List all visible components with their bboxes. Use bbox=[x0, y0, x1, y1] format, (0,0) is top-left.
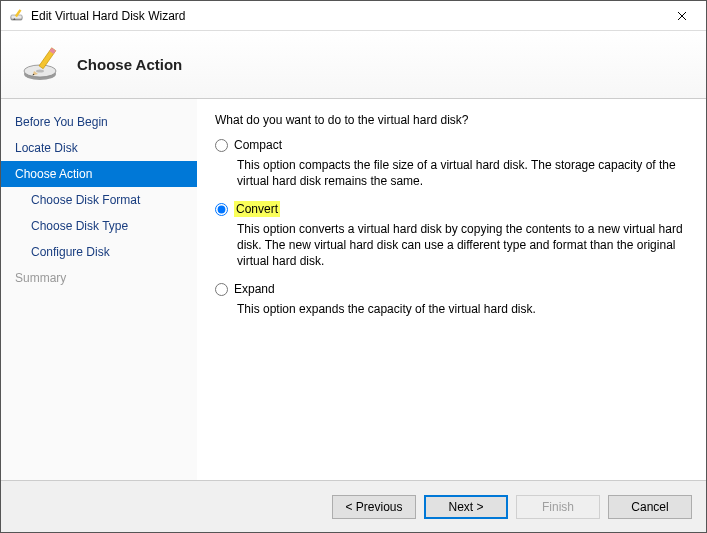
disk-pencil-icon bbox=[21, 44, 63, 86]
nav-configure-disk[interactable]: Configure Disk bbox=[1, 239, 197, 265]
option-convert-desc: This option converts a virtual hard disk… bbox=[237, 221, 684, 269]
prompt-text: What do you want to do to the virtual ha… bbox=[215, 113, 684, 127]
nav-choose-action[interactable]: Choose Action bbox=[1, 161, 197, 187]
titlebar: Edit Virtual Hard Disk Wizard bbox=[1, 1, 706, 31]
nav-choose-disk-format[interactable]: Choose Disk Format bbox=[1, 187, 197, 213]
option-compact-desc: This option compacts the file size of a … bbox=[237, 157, 684, 189]
nav-summary: Summary bbox=[1, 265, 197, 291]
option-convert-label: Convert bbox=[234, 201, 280, 217]
nav-sidebar: Before You Begin Locate Disk Choose Acti… bbox=[1, 99, 197, 480]
close-button[interactable] bbox=[662, 2, 702, 30]
nav-choose-disk-type[interactable]: Choose Disk Type bbox=[1, 213, 197, 239]
finish-button: Finish bbox=[516, 495, 600, 519]
next-button[interactable]: Next > bbox=[424, 495, 508, 519]
radio-compact[interactable] bbox=[215, 139, 228, 152]
nav-locate-disk[interactable]: Locate Disk bbox=[1, 135, 197, 161]
wizard-footer: < Previous Next > Finish Cancel bbox=[1, 480, 706, 532]
window-title: Edit Virtual Hard Disk Wizard bbox=[31, 9, 662, 23]
wizard-body: Before You Begin Locate Disk Choose Acti… bbox=[1, 99, 706, 480]
option-expand[interactable]: Expand bbox=[215, 281, 684, 297]
cancel-button[interactable]: Cancel bbox=[608, 495, 692, 519]
svg-point-6 bbox=[36, 69, 44, 72]
option-expand-desc: This option expands the capacity of the … bbox=[237, 301, 684, 317]
wizard-header: Choose Action bbox=[1, 31, 706, 99]
wizard-window: Edit Virtual Hard Disk Wizard Choose Act… bbox=[0, 0, 707, 533]
app-icon bbox=[9, 8, 25, 24]
option-convert[interactable]: Convert bbox=[215, 201, 684, 217]
radio-expand[interactable] bbox=[215, 283, 228, 296]
content-pane: What do you want to do to the virtual ha… bbox=[197, 99, 706, 480]
page-heading: Choose Action bbox=[77, 56, 182, 73]
previous-button[interactable]: < Previous bbox=[332, 495, 416, 519]
option-compact[interactable]: Compact bbox=[215, 137, 684, 153]
option-compact-label: Compact bbox=[234, 137, 282, 153]
option-expand-label: Expand bbox=[234, 281, 275, 297]
nav-before-you-begin[interactable]: Before You Begin bbox=[1, 109, 197, 135]
radio-convert[interactable] bbox=[215, 203, 228, 216]
